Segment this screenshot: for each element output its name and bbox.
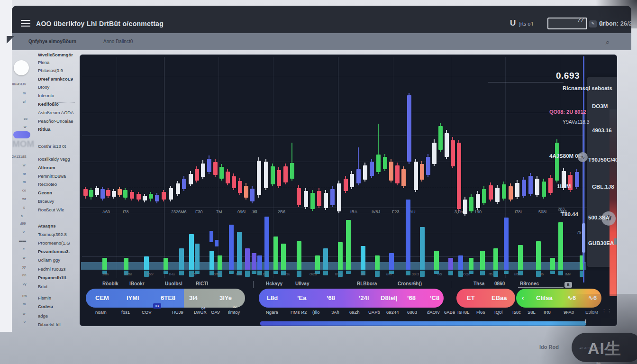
timeline-scrollbar[interactable] — [260, 321, 586, 326]
user-icon[interactable]: U — [510, 18, 516, 28]
sidebar-item[interactable]: Astoßream AODA — [38, 110, 74, 115]
sidebar-item[interactable]: Toamuqr392.8 — [38, 232, 67, 237]
nav-section-label[interactable]: Anno Dailnct0 — [103, 39, 133, 44]
hamburger-menu-icon[interactable] — [21, 20, 30, 27]
sidebar-item[interactable]: Altorum — [38, 165, 55, 170]
sidebar-mini-icon[interactable]: co — [22, 188, 26, 192]
sidebar-mini-icon[interactable]: w — [24, 125, 26, 129]
sidebar-item[interactable]: Rooßout Wle — [38, 207, 64, 212]
toolbar-tab-label[interactable]: Cronsr6h() — [398, 281, 422, 286]
sidebar-item[interactable]: Iooslikaldy vegg — [38, 156, 70, 162]
sidebar-item[interactable]: Dreef smnkcoL9 — [38, 76, 73, 82]
sidebar-item[interactable]: Diboetvf Irll — [38, 322, 61, 327]
pill-option[interactable]: Clilsa — [536, 294, 553, 301]
sidebar-mini-icon[interactable]: m — [23, 180, 26, 184]
sidebar-active-pill[interactable] — [13, 131, 30, 138]
sidebar-mini-icon[interactable]: ▬▬ — [19, 238, 26, 243]
sidebar-item[interactable]: Recxoteo — [38, 182, 57, 187]
candlestick — [502, 184, 506, 199]
b-icon[interactable]: B — [564, 282, 572, 288]
sidebar-mini-icon[interactable]: 2A1318S — [12, 155, 27, 159]
segment-option[interactable]: CEM — [95, 294, 109, 301]
toolbar-tab-label[interactable]: 0860 — [494, 281, 505, 286]
sidebar-item[interactable]: Brceuvy — [38, 199, 54, 204]
toolbar-tab-label[interactable]: RlCTl — [196, 281, 208, 286]
pill-option[interactable]: ∿6 — [588, 294, 597, 301]
pill-option[interactable]: ʼC8 — [430, 294, 439, 301]
sidebar-mini-icon[interactable]: nn — [22, 273, 26, 277]
segment-option[interactable]: 3IYe — [219, 294, 232, 301]
sidebar-mini-icon[interactable]: co — [24, 117, 27, 121]
pill-option[interactable]: ʼ24l — [359, 294, 369, 301]
sidebar-mini-icon[interactable]: w — [23, 255, 25, 260]
sidebar-item[interactable]: Kedifoßio — [38, 101, 59, 107]
sidebar-item[interactable]: Poqamedh1lL — [38, 275, 67, 280]
sidebar-item[interactable]: Plena — [38, 60, 49, 65]
globe-icon[interactable]: ∿ — [578, 152, 588, 162]
sidebar-mini-icon[interactable]: s̈ — [21, 214, 23, 218]
sidebar-item[interactable]: Proomeeno(1.G — [38, 240, 70, 246]
sidebar-item[interactable]: Pozamtunina3. — [38, 249, 70, 254]
toolbar-tab-label[interactable]: Hckayy — [266, 281, 282, 286]
sidebar-mini-icon[interactable]: m — [23, 91, 26, 95]
sidebar-mini-icon[interactable]: ЖʜAЯJV — [12, 82, 26, 86]
toolbar-tab-label[interactable]: IBookr — [129, 281, 145, 286]
pill-option[interactable]: L8d — [267, 294, 278, 301]
search-icon[interactable]: ⌕ — [606, 38, 610, 46]
sidebar-item[interactable]: Fismin — [38, 295, 51, 300]
sidebar-mini-icon[interactable]: d99 — [20, 221, 26, 226]
sidebar-item[interactable]: Conthr is13 0t — [38, 144, 66, 149]
sidebar-item[interactable]: adge — [38, 313, 48, 318]
toolbar-tab-label[interactable]: Thsa — [473, 281, 484, 286]
toolbar-tab-label[interactable]: Ullvay — [295, 281, 309, 286]
segment-option[interactable]: 3I4 — [189, 294, 198, 301]
sidebar-item[interactable]: Fedrnl ruou2s — [38, 266, 66, 272]
sidebar-mini-icon[interactable]: wr — [22, 197, 26, 201]
sidebar-item[interactable]: Geoon — [38, 190, 52, 195]
sidebar-item[interactable]: Wvcließommgör — [38, 52, 73, 57]
sidebar-item[interactable]: Ucliam ggy — [38, 257, 60, 263]
avatar[interactable] — [14, 60, 29, 75]
edit-icon[interactable]: ✎ — [589, 20, 597, 27]
toolbar-tab-label[interactable]: RLBbora — [357, 281, 377, 286]
sidebar-mini-icon[interactable]: yy — [22, 264, 26, 269]
pill-option[interactable]: EBaa — [491, 294, 507, 301]
sidebar-mini-icon[interactable]: nr — [23, 172, 26, 176]
sidebar-mini-icon[interactable]: c. — [23, 247, 26, 251]
pill-option[interactable]: ET — [467, 294, 475, 301]
pill-option[interactable]: ʼEa — [297, 294, 307, 301]
pill-option[interactable]: ∿6 — [567, 294, 576, 301]
sidebar-mini-icon[interactable]: nw — [22, 293, 27, 298]
sidebar-mini-icon[interactable]: s — [23, 205, 25, 209]
toolbar-tab-label[interactable]: R8ronec — [520, 281, 539, 286]
pill-option[interactable]: ʼ68 — [407, 294, 416, 301]
pill-option[interactable]: D8tel| — [381, 294, 397, 301]
sidebar-mini-icon[interactable]: v — [23, 230, 25, 234]
sidebar-item[interactable]: Peaoñor-Unoaiae — [38, 118, 73, 124]
sidebar-mini-icon[interactable]: m — [23, 302, 26, 306]
sidebar-item[interactable]: Ataaqns — [38, 223, 55, 228]
gradient-pill[interactable] — [259, 289, 444, 308]
pill-option[interactable]: ‹ — [522, 294, 524, 301]
scrollbar-nub[interactable] — [585, 319, 586, 323]
sidebar-mini-icon[interactable]: v — [24, 320, 26, 324]
sidebar-item[interactable]: Ritlua — [38, 127, 50, 132]
sidebar-mini-icon[interactable]: w — [23, 311, 25, 316]
sidebar-mini-icon[interactable]: vy — [23, 282, 27, 286]
sidebar-item[interactable]: Phitosos(0.9 — [38, 68, 63, 73]
sidebar-item[interactable]: Codesr — [38, 304, 54, 309]
sidebar-item[interactable]: Inteonto — [38, 93, 54, 98]
sidebar-item[interactable]: Brtot — [38, 284, 47, 289]
segment-option[interactable]: 6TE8 — [161, 294, 175, 301]
toolbar-tab-label[interactable]: Uuolbsl — [165, 281, 182, 286]
pill-option[interactable]: ʼ68 — [327, 294, 335, 301]
sidebar-mini-icon[interactable]: cf — [23, 100, 26, 104]
nav-breadcrumb[interactable]: Qnfyhya almoyBöurn — [28, 39, 76, 44]
drag-grip-icon[interactable]: ⋮⋮ — [601, 308, 612, 314]
sidebar-mini-icon[interactable]: w — [23, 163, 25, 167]
segment-option[interactable]: IYMl — [127, 294, 139, 301]
sidebar-item[interactable]: Btooy — [38, 84, 49, 90]
toolbar-tab-label[interactable]: Röoblk — [102, 281, 118, 286]
sidebar-item[interactable]: Pemnin:Duwa — [38, 173, 66, 179]
crosshair-handle[interactable] — [582, 223, 585, 253]
